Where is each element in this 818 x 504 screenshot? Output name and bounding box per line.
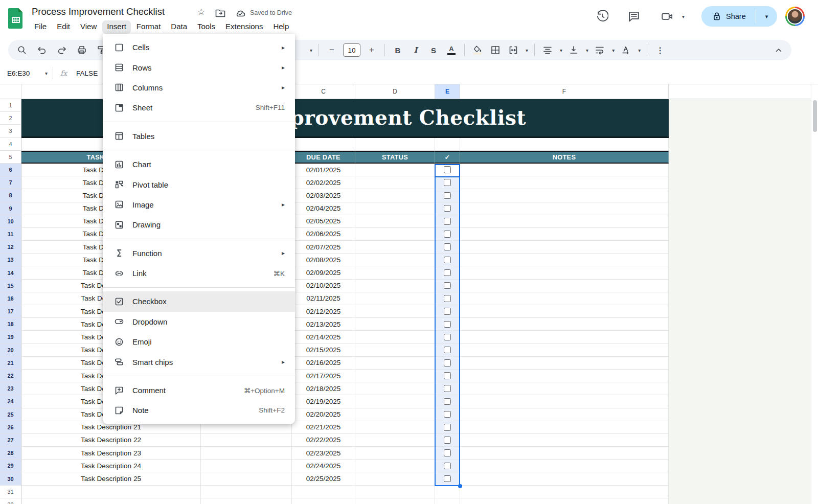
row-header-1[interactable]: 1	[0, 99, 21, 112]
column-header-f[interactable]: F	[460, 84, 669, 99]
avatar[interactable]	[785, 7, 805, 26]
cell-d21[interactable]	[355, 357, 435, 370]
cell-e7[interactable]	[435, 176, 460, 189]
row-header-20[interactable]: 20	[0, 344, 21, 357]
checkbox[interactable]	[444, 205, 451, 212]
print-button[interactable]	[75, 43, 88, 57]
formula-input[interactable]: FALSE	[76, 70, 98, 77]
cell-e23[interactable]	[435, 382, 460, 395]
row-header-32[interactable]: 32	[0, 498, 21, 504]
row-header-6[interactable]: 6	[0, 164, 21, 176]
cell-c15[interactable]: 02/10/2025	[292, 280, 355, 292]
cell-e19[interactable]	[435, 331, 460, 343]
cell-f30[interactable]	[460, 472, 669, 485]
cell-e31[interactable]	[435, 486, 460, 498]
menu-item-rows[interactable]: Rows▸	[103, 57, 295, 77]
cell-c9[interactable]: 02/04/2025	[292, 202, 355, 215]
cell-e14[interactable]	[435, 266, 460, 279]
checkbox[interactable]	[444, 295, 451, 302]
menu-item-function[interactable]: Function▸	[103, 243, 295, 263]
cell-f23[interactable]	[460, 382, 669, 395]
cell-e16[interactable]	[435, 292, 460, 305]
share-button[interactable]: Share ▾	[701, 6, 777, 27]
merge-cells-button[interactable]	[507, 43, 520, 57]
cell-c10[interactable]: 02/05/2025	[292, 215, 355, 228]
cell-f27[interactable]	[460, 434, 669, 447]
cell-c23[interactable]: 02/18/2025	[292, 382, 355, 395]
row-header-18[interactable]: 18	[0, 318, 21, 331]
checkbox[interactable]	[444, 257, 451, 264]
vertical-scrollbar[interactable]	[811, 84, 818, 504]
cell-c13[interactable]: 02/08/2025	[292, 254, 355, 266]
checkbox[interactable]	[444, 411, 451, 418]
text-wrap-caret-icon[interactable]: ▾	[612, 48, 615, 53]
row-header-26[interactable]: 26	[0, 421, 21, 434]
row-header-30[interactable]: 30	[0, 472, 21, 485]
cell-d32[interactable]	[355, 498, 435, 504]
checkbox[interactable]	[444, 359, 451, 366]
column-header-d[interactable]: D	[355, 84, 435, 99]
checkbox[interactable]	[444, 385, 451, 392]
cell-d12[interactable]	[355, 241, 435, 254]
video-call-caret-icon[interactable]: ▾	[682, 14, 685, 19]
cell-f25[interactable]	[460, 408, 669, 421]
checkbox[interactable]	[444, 269, 451, 277]
row-header-5[interactable]: 5	[0, 151, 21, 164]
font-family-caret-icon[interactable]: ▾	[310, 48, 312, 53]
menu-item-comment[interactable]: Comment⌘+Option+M	[103, 380, 295, 400]
cell-f26[interactable]	[460, 421, 669, 434]
cell-c8[interactable]: 02/03/2025	[292, 189, 355, 202]
more-toolbar-button[interactable]: ⋮	[653, 43, 667, 57]
cell-e28[interactable]	[435, 447, 460, 460]
row-header-2[interactable]: 2	[0, 112, 21, 125]
checkbox[interactable]	[444, 437, 451, 444]
cell-d24[interactable]	[355, 395, 435, 408]
cell-f13[interactable]	[460, 254, 669, 266]
cell-f6[interactable]	[460, 164, 669, 176]
checkbox[interactable]	[444, 282, 451, 289]
cell-d28[interactable]	[355, 447, 435, 460]
cell-d22[interactable]	[355, 370, 435, 382]
checkbox[interactable]	[444, 347, 451, 354]
decrease-font-size-button[interactable]: −	[325, 43, 338, 57]
search-button[interactable]	[15, 43, 29, 57]
row-header-14[interactable]: 14	[0, 266, 21, 279]
cell-f12[interactable]	[460, 241, 669, 254]
cell-c32[interactable]	[292, 498, 355, 504]
cell-f5[interactable]: NOTES	[460, 151, 669, 164]
menu-item-columns[interactable]: Columns▸	[103, 78, 295, 98]
cell-e24[interactable]	[435, 395, 460, 408]
move-to-folder-icon[interactable]	[215, 8, 226, 19]
horizontal-align-caret-icon[interactable]: ▾	[560, 48, 562, 53]
cell-d31[interactable]	[355, 486, 435, 498]
merge-cells-caret-icon[interactable]: ▾	[526, 48, 528, 53]
cell-f10[interactable]	[460, 215, 669, 228]
cell-d19[interactable]	[355, 331, 435, 343]
cell-d5[interactable]: STATUS	[355, 151, 435, 164]
checkbox[interactable]	[444, 334, 451, 341]
row-header-28[interactable]: 28	[0, 447, 21, 460]
cell-a28[interactable]: Task Description 23	[21, 447, 201, 460]
cell-e9[interactable]	[435, 202, 460, 215]
cell-e12[interactable]	[435, 241, 460, 254]
cell-c16[interactable]: 02/11/2025	[292, 292, 355, 305]
cell-d8[interactable]	[355, 189, 435, 202]
menu-item-sheet[interactable]: SheetShift+F11	[103, 98, 295, 118]
checkbox[interactable]	[444, 372, 451, 379]
italic-button[interactable]: I	[409, 43, 422, 57]
cell-e13[interactable]	[435, 254, 460, 266]
name-box[interactable]: E6:E30	[0, 70, 44, 77]
cell-f7[interactable]	[460, 176, 669, 189]
cell-f16[interactable]	[460, 292, 669, 305]
cell-d20[interactable]	[355, 344, 435, 357]
collapse-toolbar-button[interactable]	[772, 43, 785, 57]
cell-d9[interactable]	[355, 202, 435, 215]
cell-e17[interactable]	[435, 305, 460, 318]
menu-item-chart[interactable]: Chart	[103, 154, 295, 174]
cell-f8[interactable]	[460, 189, 669, 202]
cell-c6[interactable]: 02/01/2025	[292, 164, 355, 176]
cell-c7[interactable]: 02/02/2025	[292, 176, 355, 189]
cell-f14[interactable]	[460, 266, 669, 279]
cell-d6[interactable]	[355, 164, 435, 176]
cell-e15[interactable]	[435, 280, 460, 292]
